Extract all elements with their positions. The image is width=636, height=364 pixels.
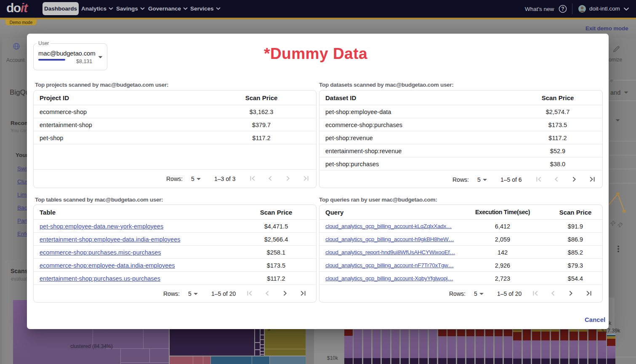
svg-text:?: ? (561, 6, 564, 12)
